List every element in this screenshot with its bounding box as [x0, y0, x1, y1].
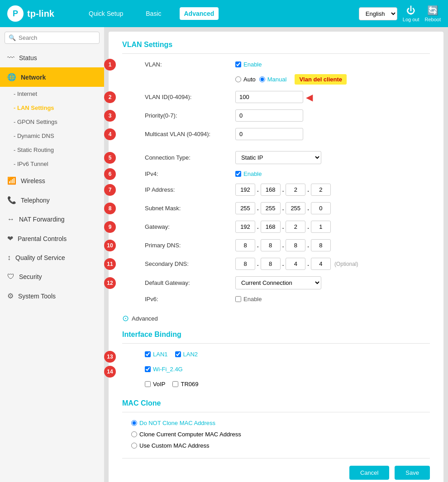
- multicast-input[interactable]: [235, 128, 303, 140]
- subnet-octet-2[interactable]: [261, 202, 281, 214]
- advanced-toggle-icon: ⊙: [122, 313, 129, 323]
- search-box[interactable]: 🔍: [5, 32, 100, 44]
- ipv6-enable-checkbox[interactable]: [235, 296, 241, 302]
- sidebar-sub-ipv6-tunnel[interactable]: - IPv6 Tunnel: [0, 157, 104, 171]
- ip-group: . . .: [235, 184, 331, 196]
- ip-octet-1[interactable]: [235, 184, 255, 196]
- subnet-control: . . .: [235, 202, 430, 214]
- sdns-octet-2[interactable]: [261, 258, 281, 270]
- mac-option-1-radio[interactable]: [131, 420, 137, 426]
- gw-octet-3[interactable]: [286, 221, 305, 233]
- vlan-auto-label[interactable]: Auto: [235, 76, 256, 83]
- sidebar-sub-dynamic-dns[interactable]: - Dynamic DNS: [0, 129, 104, 143]
- sdns-octet-4[interactable]: [311, 258, 331, 270]
- sidebar-item-wireless[interactable]: 📶 Wireless: [0, 171, 104, 190]
- sidebar-item-network[interactable]: 🌐 Network: [0, 67, 104, 87]
- pdns-octet-3[interactable]: [286, 239, 305, 251]
- gw-octet-1[interactable]: [235, 221, 255, 233]
- vlan-manual-label[interactable]: Manual: [259, 76, 287, 83]
- sidebar-sub-internet[interactable]: - Internet: [0, 87, 104, 101]
- ip-octet-4[interactable]: [311, 184, 331, 196]
- reboot-button[interactable]: 🔄 Reboot: [425, 5, 441, 22]
- pdns-octet-4[interactable]: [311, 239, 331, 251]
- tr069-checkbox[interactable]: [172, 381, 178, 387]
- sidebar-item-parental[interactable]: ❤ Parental Controls: [0, 229, 104, 248]
- priority-input[interactable]: [235, 109, 303, 122]
- sidebar-item-label: Status: [19, 54, 37, 61]
- wifi-2g-checkbox[interactable]: [145, 366, 151, 372]
- vlan-enable-checkbox[interactable]: [235, 61, 241, 67]
- voip-label[interactable]: VoIP: [145, 381, 165, 387]
- sidebar-item-telephony[interactable]: 📞 Telephony: [0, 190, 104, 210]
- sidebar-item-security[interactable]: 🛡 Security: [0, 267, 104, 286]
- mac-option-3-radio[interactable]: [131, 443, 137, 449]
- step-7-badge: 7: [104, 184, 116, 196]
- vlan-enable-label[interactable]: Enable: [235, 61, 262, 68]
- sidebar-item-qos[interactable]: ↕ Quality of Service: [0, 248, 104, 267]
- vlan-id-input[interactable]: [235, 91, 303, 103]
- advanced-toggle[interactable]: ⊙ Advanced: [122, 313, 430, 323]
- sdns-octet-3[interactable]: [286, 258, 305, 270]
- primary-dns-group: . . .: [235, 239, 331, 251]
- cancel-button[interactable]: Cancel: [349, 466, 389, 480]
- gw-octet-4[interactable]: [311, 221, 331, 233]
- arrow-icon: ◀: [306, 92, 313, 103]
- sidebar-item-status[interactable]: 〰 Status: [0, 48, 104, 67]
- nav-advanced[interactable]: Advanced: [180, 7, 219, 20]
- sidebar-sub-lan-settings[interactable]: - LAN Settings: [0, 101, 104, 115]
- language-select[interactable]: English: [359, 7, 397, 20]
- ip-octet-2[interactable]: [261, 184, 281, 196]
- gw-octet-2[interactable]: [261, 221, 281, 233]
- ip-octet-3[interactable]: [286, 184, 305, 196]
- mac-option-3-label[interactable]: Use Custom MAC Address: [131, 442, 210, 449]
- sidebar-item-label: Telephony: [21, 197, 50, 204]
- vlan-auto-radio[interactable]: [235, 76, 241, 82]
- step-5-badge: 5: [104, 152, 116, 164]
- default-gateway-select[interactable]: Current Connection: [235, 276, 321, 289]
- mac-option-2-label[interactable]: Clone Current Computer MAC Address: [131, 431, 241, 438]
- voip-text: VoIP: [153, 381, 165, 387]
- mac-option-2-radio[interactable]: [131, 431, 137, 437]
- nav-basic[interactable]: Basic: [141, 7, 166, 20]
- sidebar-item-system[interactable]: ⚙ System Tools: [0, 286, 104, 306]
- lan2-checkbox[interactable]: [175, 351, 181, 357]
- mac-option-1-label[interactable]: Do NOT Clone MAC Address: [131, 420, 215, 426]
- vlan-manual-radio[interactable]: [259, 76, 265, 82]
- gateway-label: Gateway:: [145, 223, 235, 230]
- lan2-label[interactable]: LAN2: [175, 351, 198, 358]
- tr069-label[interactable]: TR069: [172, 381, 198, 387]
- vlan-control: Enable: [235, 61, 430, 68]
- ipv4-enable-checkbox[interactable]: [235, 171, 241, 177]
- sidebar-sub-gpon[interactable]: - GPON Settings: [0, 115, 104, 129]
- mac-option-3-text: Use Custom MAC Address: [139, 442, 210, 449]
- save-button[interactable]: Save: [395, 466, 430, 480]
- sdns-octet-1[interactable]: [235, 258, 255, 270]
- logout-button[interactable]: ⏻ Log out: [403, 5, 419, 22]
- lan1-label[interactable]: LAN1: [145, 351, 168, 358]
- sidebar-sub-static-routing[interactable]: - Static Routing: [0, 143, 104, 157]
- sidebar-item-nat[interactable]: ↔ NAT Forwarding: [0, 210, 104, 229]
- wifi-2g-label[interactable]: Wi-Fi_2.4G: [145, 366, 183, 373]
- sidebar-item-label: Network: [21, 74, 46, 81]
- lan1-checkbox[interactable]: [145, 351, 151, 357]
- voip-checkbox[interactable]: [145, 381, 151, 387]
- pdns-octet-1[interactable]: [235, 239, 255, 251]
- secondary-dns-control: . . . (Optional): [235, 258, 430, 270]
- section-title: VLAN Settings: [122, 41, 430, 54]
- subnet-octet-4[interactable]: [311, 202, 331, 214]
- gateway-row: 9 Gateway: . . .: [122, 221, 430, 233]
- ipv4-label: IPv4:: [145, 170, 235, 177]
- secondary-dns-group: . . .: [235, 258, 331, 270]
- search-input[interactable]: [19, 34, 95, 41]
- logout-icon: ⏻: [406, 5, 415, 16]
- subnet-octet-3[interactable]: [286, 202, 305, 214]
- sidebar-item-label: Parental Controls: [18, 235, 67, 242]
- ipv4-enable-label[interactable]: Enable: [235, 170, 262, 177]
- search-icon: 🔍: [9, 34, 16, 41]
- telephony-icon: 📞: [7, 196, 16, 204]
- ipv6-enable-label[interactable]: Enable: [235, 296, 262, 302]
- subnet-octet-1[interactable]: [235, 202, 255, 214]
- pdns-octet-2[interactable]: [261, 239, 281, 251]
- connection-type-select[interactable]: Static IP: [235, 151, 321, 164]
- nav-quick-setup[interactable]: Quick Setup: [84, 7, 128, 20]
